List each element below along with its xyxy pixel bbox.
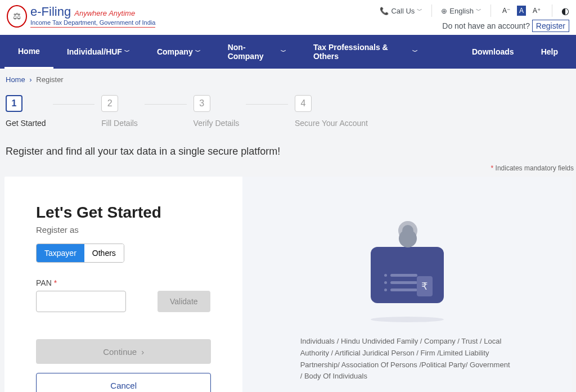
divider <box>431 4 432 17</box>
top-actions: 📞 Call Us ﹀ ⊕ English ﹀ A⁻ A A⁺ ◐ <box>380 4 569 17</box>
phone-icon: 📞 <box>380 7 389 15</box>
logo-title: e-Filing Anywhere Anytime <box>30 4 155 19</box>
nav-taxpro-label: Tax Professionals & Others <box>313 43 410 61</box>
mandatory-text: Indicates mandatory fields <box>496 164 574 172</box>
breadcrumb-current: Register <box>36 75 63 84</box>
chevron-down-icon: ﹀ <box>281 48 286 56</box>
language-label: English <box>449 7 474 15</box>
language-dropdown[interactable]: ⊕ English ﹀ <box>441 7 482 15</box>
chevron-down-icon: ﹀ <box>195 48 201 56</box>
id-card-illustration: ₹ <box>365 219 449 303</box>
logo-tagline: Anywhere Anytime <box>74 9 135 17</box>
emblem-icon: ⚖ <box>7 5 27 28</box>
top-header: ⚖ e-Filing Anywhere Anytime Income Tax D… <box>0 0 576 35</box>
nav-downloads[interactable]: Downloads <box>458 35 528 69</box>
logo-brand: e-Filing <box>30 4 71 19</box>
validate-button[interactable]: Validate <box>158 291 210 312</box>
step-number: 3 <box>194 95 210 112</box>
font-increase-button[interactable]: A⁺ <box>530 6 543 16</box>
globe-icon: ⊕ <box>441 7 447 15</box>
rupee-icon: ₹ <box>417 276 433 296</box>
form-panel: Let's Get Started Register as Taxpayer O… <box>4 177 242 392</box>
step-label: Fill Details <box>101 119 138 128</box>
step-connector <box>53 104 95 105</box>
nav-company-label: Company <box>157 47 193 56</box>
logo-area: ⚖ e-Filing Anywhere Anytime Income Tax D… <box>7 4 155 28</box>
nav-home[interactable]: Home <box>4 35 53 69</box>
logo-department: Income Tax Department, Government of Ind… <box>30 19 155 28</box>
register-as-toggle: Taxpayer Others <box>36 244 124 263</box>
divider <box>490 4 491 17</box>
top-right: 📞 Call Us ﹀ ⊕ English ﹀ A⁻ A A⁺ ◐ Do not… <box>380 4 569 30</box>
contrast-icon[interactable]: ◐ <box>561 6 569 16</box>
pan-field-row: PAN * Validate <box>36 278 211 312</box>
step-number: 2 <box>101 95 118 112</box>
chevron-down-icon: ﹀ <box>124 48 130 56</box>
chevron-down-icon: ﹀ <box>476 7 482 15</box>
step-number: 4 <box>295 95 312 112</box>
continue-button[interactable]: Continue › <box>36 339 211 364</box>
font-size-controls: A⁻ A A⁺ <box>500 6 543 16</box>
no-account-text: Do not have an account? <box>442 21 530 30</box>
font-normal-button[interactable]: A <box>517 6 526 16</box>
continue-label: Continue <box>103 347 137 357</box>
tab-taxpayer[interactable]: Taxpayer <box>37 244 84 262</box>
step-connector <box>246 104 288 105</box>
step-number: 1 <box>6 95 22 112</box>
nav-home-label: Home <box>18 47 40 56</box>
step-label: Get Started <box>6 119 46 128</box>
call-us-dropdown[interactable]: 📞 Call Us ﹀ <box>380 7 422 15</box>
nav-non-company[interactable]: Non-Company﹀ <box>214 35 300 69</box>
nav-individual-label: Individual/HUF <box>67 47 122 56</box>
step-label: Verify Details <box>194 119 240 128</box>
step-connector <box>145 104 187 105</box>
breadcrumb-home[interactable]: Home <box>6 75 25 84</box>
person-icon <box>396 219 420 242</box>
call-us-label: Call Us <box>391 7 415 15</box>
form-title: Let's Get Started <box>36 204 211 222</box>
pan-label-text: PAN <box>36 278 52 287</box>
chevron-down-icon: ﹀ <box>412 48 418 56</box>
pan-label: PAN * <box>36 278 126 287</box>
step-label: Secure Your Account <box>295 119 368 128</box>
breadcrumb-separator: › <box>29 75 32 84</box>
nav-tax-professionals[interactable]: Tax Professionals & Others﹀ <box>300 35 431 69</box>
pan-field: PAN * <box>36 278 126 312</box>
card-shape: ₹ <box>371 247 444 303</box>
illustration-caption: Individuals / Hindu Undivided Family / C… <box>300 336 514 382</box>
breadcrumb: Home › Register <box>0 69 576 91</box>
register-link[interactable]: Register <box>532 20 569 32</box>
step-2-fill-details: 2 Fill Details <box>101 95 138 128</box>
divider <box>552 4 552 17</box>
font-decrease-button[interactable]: A⁻ <box>500 6 512 16</box>
step-4-secure-account: 4 Secure Your Account <box>295 95 368 128</box>
registration-stepper: 1 Get Started 2 Fill Details 3 Verify De… <box>0 91 576 141</box>
nav-downloads-label: Downloads <box>472 47 514 56</box>
illustration-shadow <box>371 317 444 322</box>
step-3-verify-details: 3 Verify Details <box>194 95 240 128</box>
pan-input[interactable] <box>36 291 126 312</box>
chevron-down-icon: ﹀ <box>417 7 422 15</box>
registration-card: Let's Get Started Register as Taxpayer O… <box>4 177 572 392</box>
nav-company[interactable]: Company﹀ <box>143 35 214 69</box>
nav-help-label: Help <box>541 47 558 56</box>
cancel-button[interactable]: Cancel <box>36 373 211 392</box>
nav-individual-huf[interactable]: Individual/HUF﹀ <box>53 35 143 69</box>
logo-text: e-Filing Anywhere Anytime Income Tax Dep… <box>30 4 155 28</box>
mandatory-note: * Indicates mandatory fields <box>0 162 576 177</box>
illustration-panel: ₹ Individuals / Hindu Undivided Family /… <box>242 177 572 392</box>
form-subtitle: Register as <box>36 225 211 235</box>
nav-noncompany-label: Non-Company <box>228 43 278 61</box>
account-prompt: Do not have an account? Register <box>442 21 569 30</box>
chevron-right-icon: › <box>141 347 144 357</box>
nav-help[interactable]: Help <box>528 35 572 69</box>
page-title: Register and find all your tax data in a… <box>0 141 576 162</box>
tab-others[interactable]: Others <box>84 244 124 262</box>
card-lines <box>384 274 417 296</box>
main-navigation: Home Individual/HUF﹀ Company﹀ Non-Compan… <box>0 35 576 69</box>
step-1-get-started: 1 Get Started <box>6 95 46 128</box>
